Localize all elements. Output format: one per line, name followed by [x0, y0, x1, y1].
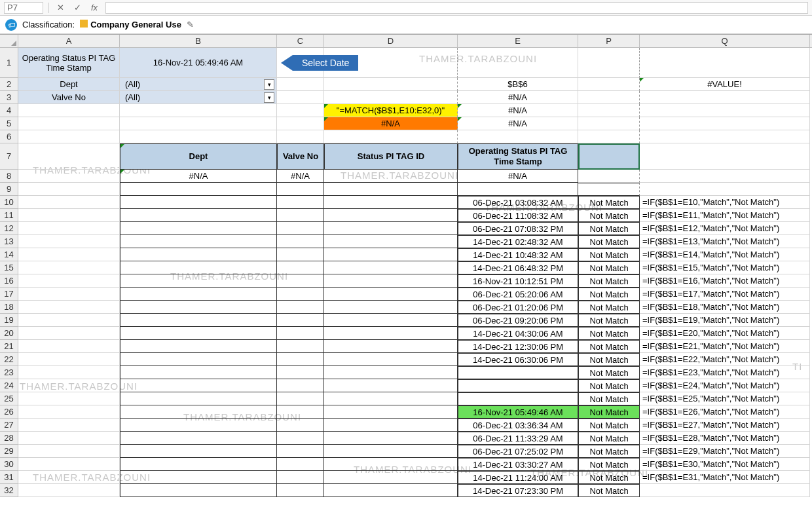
- cell-D17[interactable]: [324, 288, 458, 301]
- cell-P11[interactable]: Not Match: [578, 209, 640, 222]
- cell-C10[interactable]: [277, 196, 324, 209]
- cell-P21[interactable]: Not Match: [578, 340, 640, 353]
- cell-A1[interactable]: Operating Status PI TAG Time Stamp: [18, 48, 120, 78]
- cell-C20[interactable]: [277, 327, 324, 340]
- spreadsheet-grid[interactable]: THAMER.TARABZOUNI THAMER.TARABZOUNI THAM…: [0, 34, 812, 505]
- cell-B10[interactable]: [120, 196, 277, 209]
- cell-Q1[interactable]: [640, 48, 810, 78]
- row-16[interactable]: 1616-Nov-21 10:12:51 PMNot Match=IF($B$1…: [0, 274, 812, 288]
- cell-P23[interactable]: Not Match: [578, 366, 640, 379]
- cell-D22[interactable]: [324, 353, 458, 366]
- row-24[interactable]: 24Not Match=IF($B$1=E24,"Match","Not Mat…: [0, 379, 812, 392]
- cell-P5[interactable]: [578, 117, 640, 130]
- cell-P17[interactable]: Not Match: [578, 288, 640, 301]
- cell-A2[interactable]: Dept: [18, 78, 120, 91]
- cell-C11[interactable]: [277, 209, 324, 222]
- cell-B31[interactable]: [120, 471, 277, 484]
- cell-B30[interactable]: [120, 458, 277, 471]
- cell-E25[interactable]: [458, 392, 578, 405]
- cell-E16[interactable]: 16-Nov-21 10:12:51 PM: [458, 274, 578, 288]
- cell-Q30[interactable]: =IF($B$1=E30,"Match","Not Match"): [640, 458, 810, 471]
- cell-D11[interactable]: [324, 209, 458, 222]
- cell-P7-selected[interactable]: [578, 143, 640, 170]
- cell-Q27[interactable]: =IF($B$1=E27,"Match","Not Match"): [640, 419, 810, 432]
- cell-C28[interactable]: [277, 432, 324, 445]
- cell-C26[interactable]: [277, 405, 324, 419]
- cell-A3[interactable]: Valve No: [18, 91, 120, 104]
- cell-A7[interactable]: [18, 143, 120, 170]
- cell-D15[interactable]: [324, 261, 458, 274]
- cell-E18[interactable]: 06-Dec-21 01:20:06 PM: [458, 301, 578, 314]
- cell-P15[interactable]: Not Match: [578, 261, 640, 274]
- fx-icon[interactable]: fx: [88, 2, 100, 14]
- cell-B22[interactable]: [120, 353, 277, 366]
- cell-D30[interactable]: [324, 458, 458, 471]
- cell-C14[interactable]: [277, 248, 324, 261]
- cell-D28[interactable]: [324, 432, 458, 445]
- cell-B26[interactable]: [120, 405, 277, 419]
- cell-C27[interactable]: [277, 419, 324, 432]
- row-21[interactable]: 2114-Dec-21 12:30:06 PMNot Match=IF($B$1…: [0, 340, 812, 353]
- cell-P22[interactable]: Not Match: [578, 353, 640, 366]
- cell-Q3[interactable]: [640, 91, 810, 104]
- formula-input[interactable]: [105, 2, 808, 14]
- cell-P30[interactable]: Not Match: [578, 458, 640, 471]
- cell-B16[interactable]: [120, 274, 277, 288]
- cell-C4[interactable]: [277, 104, 324, 117]
- cell-E11[interactable]: 06-Dec-21 11:08:32 AM: [458, 209, 578, 222]
- row-4[interactable]: 4 "=MATCH($B$1,E10:E32,0)" #N/A: [0, 104, 812, 117]
- name-box[interactable]: P7: [4, 2, 43, 14]
- cell-Q26[interactable]: =IF($B$1=E26,"Match","Not Match"): [640, 405, 810, 419]
- cell-Q31[interactable]: =IF($B$1=E31,"Match","Not Match"): [640, 471, 810, 484]
- row-17[interactable]: 1706-Dec-21 05:20:06 AMNot Match=IF($B$1…: [0, 288, 812, 301]
- cell-C3[interactable]: [277, 91, 324, 104]
- cell-D25[interactable]: [324, 392, 458, 405]
- cell-Q32[interactable]: [640, 484, 810, 497]
- cell-C13[interactable]: [277, 235, 324, 248]
- cell-P13[interactable]: Not Match: [578, 235, 640, 248]
- cell-P4[interactable]: [578, 104, 640, 117]
- cell-Q24[interactable]: =IF($B$1=E24,"Match","Not Match"): [640, 379, 810, 392]
- header-dept[interactable]: Dept: [120, 143, 277, 170]
- row-22[interactable]: 2214-Dec-21 06:30:06 PMNot Match=IF($B$1…: [0, 353, 812, 366]
- col-header-A[interactable]: A: [18, 35, 120, 47]
- cell-Q14[interactable]: =IF($B$1=E14,"Match","Not Match"): [640, 248, 810, 261]
- row-2[interactable]: 2 Dept (All) ▾ $B$6 #VALUE!: [0, 78, 812, 91]
- row-5[interactable]: 5 #N/A #N/A: [0, 117, 812, 130]
- row-23[interactable]: 23Not Match=IF($B$1=E23,"Match","Not Mat…: [0, 366, 812, 379]
- cell-P20[interactable]: Not Match: [578, 327, 640, 340]
- cell-C19[interactable]: [277, 314, 324, 327]
- cell-B18[interactable]: [120, 301, 277, 314]
- cell-E8[interactable]: #N/A: [458, 170, 578, 183]
- cell-D10[interactable]: [324, 196, 458, 209]
- cell-Q10[interactable]: =IF($B$1=E10,"Match","Not Match"): [640, 196, 810, 209]
- cell-P28[interactable]: Not Match: [578, 432, 640, 445]
- cell-D14[interactable]: [324, 248, 458, 261]
- cell-E4[interactable]: #N/A: [458, 104, 578, 117]
- cell-E3[interactable]: #N/A: [458, 91, 578, 104]
- cell-D32[interactable]: [324, 484, 458, 497]
- row-26[interactable]: 2616-Nov-21 05:49:46 AMNot Match=IF($B$1…: [0, 405, 812, 419]
- row-3[interactable]: 3 Valve No (All) ▾ #N/A: [0, 91, 812, 104]
- row-6[interactable]: 6: [0, 130, 812, 143]
- row-25[interactable]: 25Not Match=IF($B$1=E25,"Match","Not Mat…: [0, 392, 812, 405]
- cell-E15[interactable]: 14-Dec-21 06:48:32 PM: [458, 261, 578, 274]
- cell-E5[interactable]: #N/A: [458, 117, 578, 130]
- cell-Q16[interactable]: =IF($B$1=E16,"Match","Not Match"): [640, 274, 810, 288]
- cell-Q4[interactable]: [640, 104, 810, 117]
- cell-P27[interactable]: Not Match: [578, 419, 640, 432]
- cell-E23[interactable]: [458, 366, 578, 379]
- cell-P12[interactable]: Not Match: [578, 222, 640, 235]
- row-30[interactable]: 3014-Dec-21 03:30:27 AMNot Match=IF($B$1…: [0, 458, 812, 471]
- cell-B27[interactable]: [120, 419, 277, 432]
- cell-P14[interactable]: Not Match: [578, 248, 640, 261]
- cell-P2[interactable]: [578, 78, 640, 91]
- col-header-B[interactable]: B: [120, 35, 277, 47]
- cell-A4[interactable]: [18, 104, 120, 117]
- cell-P1[interactable]: [578, 48, 640, 78]
- cell-C16[interactable]: [277, 274, 324, 288]
- row-12[interactable]: 1206-Dec-21 07:08:32 PMNot Match=IF($B$1…: [0, 222, 812, 235]
- col-header-P[interactable]: P: [578, 35, 640, 47]
- row-1[interactable]: 1 Operating Status PI TAG Time Stamp 16-…: [0, 48, 812, 78]
- cell-D29[interactable]: [324, 445, 458, 458]
